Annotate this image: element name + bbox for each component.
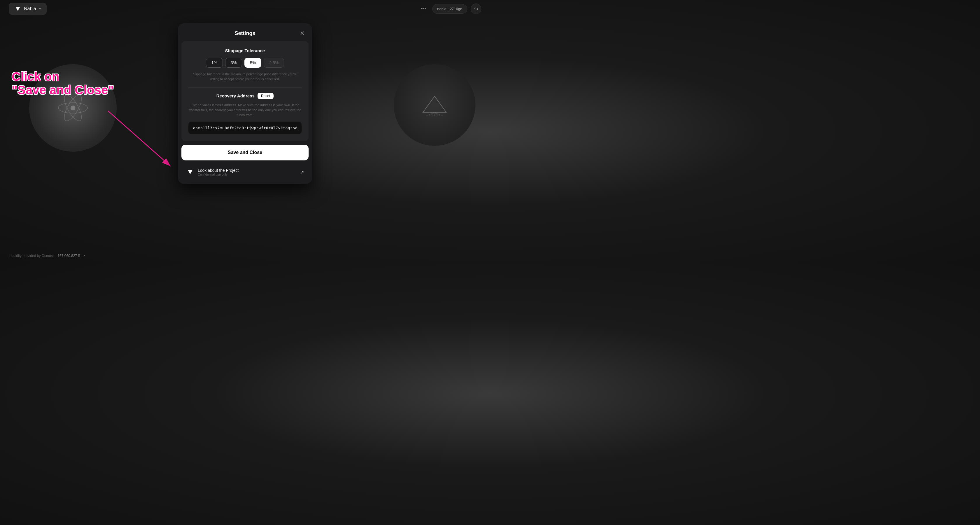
bottom-bar: Liquidity provided by Osmosis 167,060,82…: [9, 254, 85, 258]
wallet-address-text: nabla...2710gn: [437, 7, 462, 11]
exit-button[interactable]: ↪: [471, 3, 481, 14]
liquidity-value: 167,060,827 $: [57, 254, 80, 258]
nabla-triangle-icon: [14, 6, 21, 12]
wallet-address-display: nabla...2710gn: [432, 4, 467, 14]
modal-header: Settings ✕: [178, 23, 312, 41]
slippage-btn-25[interactable]: 2.5%: [264, 58, 284, 68]
svg-line-13: [108, 111, 171, 166]
nabla-deco-icon: [420, 93, 449, 117]
slippage-btn-3[interactable]: 3%: [225, 58, 242, 68]
svg-line-10: [434, 112, 441, 116]
liquidity-label: Liquidity provided by Osmosis: [9, 254, 55, 258]
modal-close-button[interactable]: ✕: [298, 29, 306, 37]
project-banner-left: Look about the Project Confidential use …: [186, 168, 239, 176]
project-external-link-icon: ↗: [300, 169, 304, 175]
modal-body: Slippage Tolerance 1% 3% 5% 2.5% Slippag…: [181, 41, 309, 141]
recovery-address-input[interactable]: [188, 122, 302, 134]
modal-title: Settings: [234, 30, 255, 37]
section-divider: [188, 87, 302, 88]
logo-button[interactable]: Nabla ▾: [9, 3, 47, 15]
slippage-description: Slippage tolerance is the maximum percen…: [188, 72, 302, 82]
top-bar: Nabla ▾ ••• nabla...2710gn ↪: [0, 0, 490, 18]
chevron-down-icon: ▾: [39, 7, 41, 11]
annotation-line2: "Save and Close": [12, 83, 114, 97]
project-text: Look about the Project Confidential use …: [198, 168, 239, 176]
svg-marker-4: [423, 96, 446, 112]
slippage-btn-5[interactable]: 5%: [244, 58, 261, 68]
slippage-buttons-group: 1% 3% 5% 2.5%: [188, 58, 302, 68]
slippage-section-title: Slippage Tolerance: [188, 48, 302, 53]
recovery-header: Recovery Address Reset: [188, 93, 302, 99]
settings-modal: Settings ✕ Slippage Tolerance 1% 3% 5% 2…: [178, 23, 312, 184]
top-right-controls: ••• nabla...2710gn ↪: [418, 3, 481, 14]
save-and-close-button[interactable]: Save and Close: [181, 145, 309, 161]
annotation-line1: Click on: [12, 70, 114, 83]
deco-circle-right: [394, 64, 476, 146]
logo-label: Nabla: [24, 6, 36, 11]
recovery-description: Enter a valid Osmosis address. Make sure…: [188, 103, 302, 118]
more-button[interactable]: •••: [418, 3, 429, 14]
external-link-icon[interactable]: ↗: [82, 254, 85, 258]
annotation: Click on "Save and Close": [12, 70, 114, 97]
recovery-section-title: Recovery Address: [216, 93, 255, 98]
project-title: Look about the Project: [198, 168, 239, 173]
svg-line-6: [429, 112, 434, 116]
project-banner[interactable]: Look about the Project Confidential use …: [181, 164, 309, 180]
svg-point-0: [71, 106, 75, 110]
reset-button[interactable]: Reset: [258, 93, 274, 99]
slippage-btn-1[interactable]: 1%: [206, 58, 223, 68]
project-icon: [186, 168, 194, 176]
project-subtitle: Confidential use only: [198, 173, 239, 176]
